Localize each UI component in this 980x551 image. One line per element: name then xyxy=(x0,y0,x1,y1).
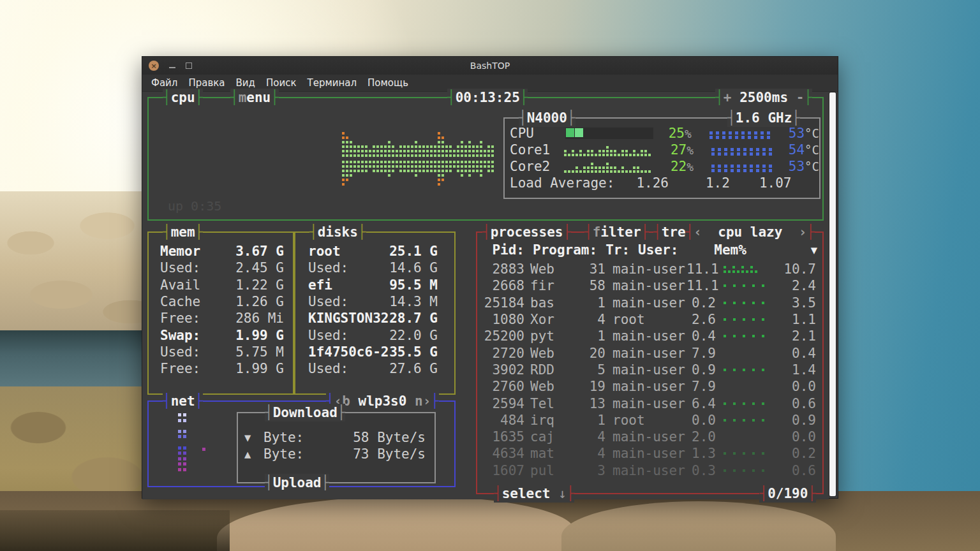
core2-percent: 22 xyxy=(671,159,687,174)
process-row[interactable]: 2760Web19main-user7.90.0 xyxy=(479,378,821,395)
upload-speed-row: ▲ Byte: 73 Byte/s xyxy=(238,446,434,462)
window-minimize-button[interactable] xyxy=(169,67,175,68)
menu-item-3[interactable]: Вид xyxy=(236,77,255,89)
cpu-graph-column xyxy=(350,132,352,186)
process-pid: 25200 xyxy=(479,328,524,344)
disk-row-label: Used: xyxy=(295,293,348,310)
mem-box: ┤mem├ Memor3.67 GUsed:2.45 GAvail1.22 GC… xyxy=(147,231,294,395)
menu-item-1[interactable]: Файл xyxy=(151,77,177,89)
sort-next-button[interactable]: › xyxy=(799,224,807,240)
core1-temp: 54 xyxy=(789,142,805,158)
header-mem[interactable]: Mem% xyxy=(714,242,746,258)
window-close-button[interactable]: × xyxy=(149,61,159,71)
border-tick: ┤ xyxy=(163,89,171,106)
upload-label: ┤Upload├ xyxy=(265,474,329,492)
cpu-row-label: CPU xyxy=(510,125,565,142)
menu-item-2[interactable]: Правка xyxy=(188,77,225,89)
process-name: pyt xyxy=(524,328,570,344)
core-row-label: Core1 xyxy=(510,142,564,158)
load-5min: 1.2 xyxy=(706,175,730,191)
process-name: mat xyxy=(524,445,570,462)
process-row[interactable]: 1635caj4main-user2.00.0 xyxy=(479,429,821,445)
process-user: main-user xyxy=(605,261,687,277)
process-row[interactable]: 2668fir58main-user11.12.4 xyxy=(479,277,821,294)
select-button[interactable]: ┤select ↓├ xyxy=(494,485,574,503)
menu-item-6[interactable]: Помощь xyxy=(368,77,408,89)
process-row[interactable]: 1080Xor4root2.61.1 xyxy=(479,311,821,328)
process-mem: 1.3 xyxy=(687,445,716,462)
menu-item-5[interactable]: Терминал xyxy=(307,77,357,89)
cpu-graph-column xyxy=(407,132,410,186)
mem-row-label: Avail xyxy=(149,277,200,293)
border-tick: ├ xyxy=(567,485,575,502)
process-row[interactable]: 25200pyt1main-user0.42.1 xyxy=(479,328,821,344)
process-row[interactable]: 2720Web20main-user7.90.4 xyxy=(479,344,821,361)
cpu-graph-column xyxy=(472,132,475,186)
process-row[interactable]: 4634mat4main-user1.30.2 xyxy=(479,445,821,462)
process-cpu-graph xyxy=(716,328,772,344)
cpu-graph-column xyxy=(361,132,364,186)
cpu-graph-column xyxy=(487,132,490,186)
cpu-graph-column xyxy=(453,132,456,186)
filter-button[interactable]: ┤filter├ xyxy=(584,223,649,241)
download-speed-value: 58 Byte/s xyxy=(353,429,434,446)
process-user: main-user xyxy=(605,429,687,445)
header-pid[interactable]: Pid: xyxy=(481,242,524,258)
disk-row-label: KINGSTON32 xyxy=(295,310,389,327)
process-cpu-graph xyxy=(716,462,772,479)
net-box: ┤net├ ┤‹b wlp3s0 n›├ ┤Download├ ┤Upload├ xyxy=(147,400,456,487)
process-cpu-percent: 0.2 xyxy=(772,445,821,462)
temp2-dots xyxy=(711,165,775,173)
cpu-graph-column xyxy=(365,132,368,186)
border-tick: ├ xyxy=(195,224,204,240)
process-mem: 0.9 xyxy=(687,362,716,378)
sort-switcher[interactable]: ┤‹ cpu lazy ›├ xyxy=(686,223,815,241)
sort-prev-button[interactable]: ‹ xyxy=(694,224,702,240)
header-program[interactable]: Program: xyxy=(533,242,597,258)
cpu-graph-column xyxy=(476,132,479,186)
process-row[interactable]: 484irq1root0.00.9 xyxy=(479,412,821,429)
core1-row: Core1 27% 54°C xyxy=(505,142,819,158)
process-cpu-percent: 3.5 xyxy=(772,295,821,311)
border-tick: ┤ xyxy=(163,393,171,409)
disk-row: Used:27.6 G xyxy=(295,360,454,377)
core2-temp: 53 xyxy=(789,159,805,174)
menu-button[interactable]: ┤menu├ xyxy=(230,89,279,107)
mem-row: Used:5.75 M xyxy=(149,344,293,360)
header-user[interactable]: User: xyxy=(638,242,678,258)
mem-row-label: Used: xyxy=(149,260,200,276)
mem-row: Swap:1.99 G xyxy=(149,327,293,343)
menu-item-4[interactable]: Поиск xyxy=(266,77,297,89)
border-tick: ┤ xyxy=(309,224,318,240)
terminal-scrollbar[interactable] xyxy=(829,92,836,496)
process-cpu-percent: 0.6 xyxy=(772,395,821,412)
net-speeds-box: ┤Download├ ┤Upload├ ▼ Byte: 58 Byte/s ▲ xyxy=(237,412,436,483)
cpu-graph-column xyxy=(422,132,425,186)
cpu-graph-column xyxy=(457,132,459,186)
interval-increase-button[interactable]: + xyxy=(724,89,732,106)
window-titlebar[interactable]: × BashTOP xyxy=(142,57,838,75)
border-tick: ├ xyxy=(567,110,575,126)
process-name: bas xyxy=(524,295,570,311)
process-row[interactable]: 2883Web31main-user11.110.7 xyxy=(479,261,821,277)
process-threads: 1 xyxy=(570,295,605,311)
cpu-graph-column xyxy=(384,132,387,186)
process-row[interactable]: 2594Tel13main-user6.40.6 xyxy=(479,395,821,411)
core1-percent: 27 xyxy=(671,142,687,158)
process-user: main-user xyxy=(605,378,687,395)
process-pid: 4634 xyxy=(479,445,524,462)
process-count: ┤0/190├ xyxy=(759,485,816,503)
iface-next-button[interactable]: n› xyxy=(415,393,431,409)
process-mem: 2.6 xyxy=(687,311,716,328)
process-row[interactable]: 3902RDD5main-user0.91.4 xyxy=(479,362,821,378)
process-pid: 1080 xyxy=(479,311,524,328)
header-threads[interactable]: Tr: xyxy=(605,242,630,258)
window-maximize-button[interactable] xyxy=(186,62,192,69)
uptime-label: up 0:35 xyxy=(168,198,221,214)
border-tick: ┤ xyxy=(653,224,662,240)
process-row[interactable]: 1607pul3main-user0.30.6 xyxy=(479,462,821,479)
temp0-dots xyxy=(709,131,773,140)
process-row[interactable]: 25184bas1main-user0.23.5 xyxy=(479,295,821,311)
mem-row-value: 1.22 G xyxy=(235,277,293,293)
interval-decrease-button[interactable]: - xyxy=(796,89,805,106)
